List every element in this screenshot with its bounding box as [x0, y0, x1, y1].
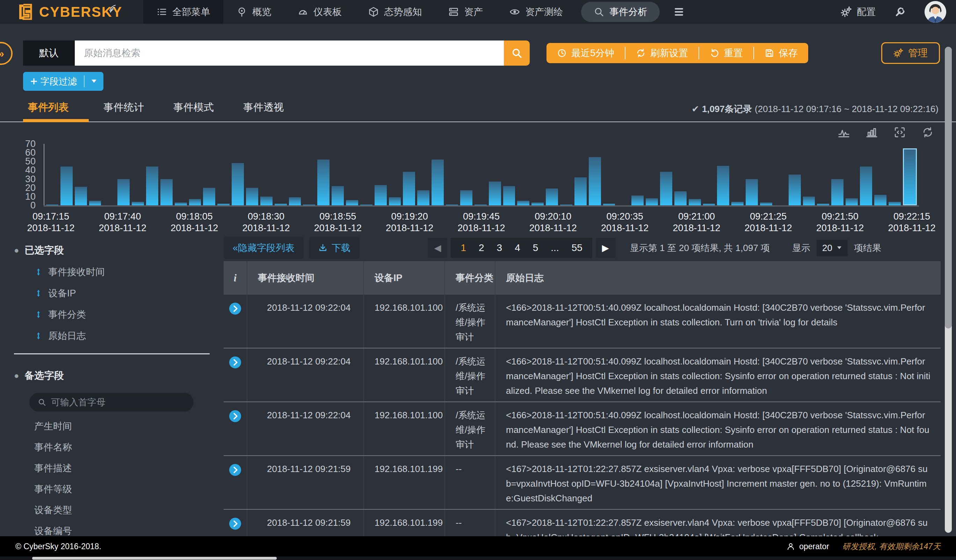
- histogram-bar[interactable]: [360, 205, 373, 205]
- vertical-scrollbar[interactable]: [945, 47, 952, 533]
- user-avatar[interactable]: [925, 1, 946, 23]
- nav-item-server[interactable]: 资产: [435, 0, 496, 24]
- next-page-button[interactable]: ▶: [596, 238, 615, 258]
- field-filter-button[interactable]: 字段过滤: [23, 72, 104, 91]
- histogram-bar[interactable]: [417, 190, 429, 205]
- page-number-55[interactable]: 55: [572, 242, 582, 254]
- histogram-bar[interactable]: [703, 204, 715, 205]
- nav-item-list[interactable]: 全部菜单: [143, 0, 223, 24]
- histogram-bar[interactable]: [731, 202, 744, 205]
- histogram-bar[interactable]: [675, 191, 687, 205]
- page-size-select[interactable]: 20: [816, 240, 848, 256]
- nav-item-gauge[interactable]: 仪表板: [285, 0, 355, 24]
- page-number-4[interactable]: 4: [515, 242, 520, 254]
- search-submit-button[interactable]: [504, 41, 530, 66]
- candidate-field-item[interactable]: 产生时间: [34, 420, 210, 433]
- expand-row-icon[interactable]: [229, 356, 241, 369]
- nav-item-target[interactable]: 概览: [223, 0, 285, 24]
- time-range-button[interactable]: 最近5分钟: [547, 47, 625, 60]
- hscroll-thumb[interactable]: [32, 557, 277, 560]
- expand-row-icon[interactable]: [229, 302, 241, 315]
- histogram-bar[interactable]: [789, 174, 801, 205]
- histogram-bar[interactable]: [531, 202, 544, 205]
- histogram-bar[interactable]: [546, 188, 558, 205]
- histogram-bar[interactable]: [246, 188, 258, 205]
- histogram-bar[interactable]: [303, 205, 315, 205]
- histogram-bar[interactable]: [132, 202, 144, 205]
- histogram-bar[interactable]: [817, 204, 829, 205]
- page-number-3[interactable]: 3: [497, 242, 502, 254]
- nav-item-cube[interactable]: 态势感知: [355, 0, 435, 24]
- histogram-bar[interactable]: [289, 197, 301, 205]
- field-filter-dropdown[interactable]: [85, 79, 104, 84]
- page-number-5[interactable]: 5: [533, 242, 538, 254]
- tab-4[interactable]: 事件透视: [228, 95, 299, 121]
- histogram-bar[interactable]: [717, 166, 729, 205]
- histogram-bar[interactable]: [689, 199, 701, 205]
- tab-3[interactable]: 事件模式: [159, 95, 228, 121]
- histogram-bar[interactable]: [746, 179, 758, 205]
- candidate-field-item[interactable]: 事件名称: [34, 441, 210, 453]
- selected-field-item[interactable]: 事件分类: [34, 308, 210, 321]
- save-button[interactable]: 保存: [754, 47, 808, 60]
- histogram-bar[interactable]: [175, 202, 187, 205]
- histogram-bar[interactable]: [217, 204, 230, 205]
- field-search-input[interactable]: [51, 397, 185, 408]
- histogram-bar[interactable]: [903, 148, 917, 205]
- histogram-bar[interactable]: [160, 179, 173, 205]
- selected-field-item[interactable]: 事件接收时间: [34, 266, 210, 278]
- search-scope-button[interactable]: 默认: [23, 41, 75, 66]
- expand-row-icon[interactable]: [229, 464, 241, 476]
- nav-item-search[interactable]: 事件分析: [581, 2, 660, 22]
- histogram-bar[interactable]: [831, 179, 843, 205]
- page-number-1[interactable]: 1: [461, 242, 466, 254]
- histogram-bar[interactable]: [146, 166, 158, 205]
- hide-fields-button[interactable]: «隐藏字段列表: [223, 237, 303, 259]
- sync-icon[interactable]: [922, 126, 934, 138]
- histogram-bar[interactable]: [60, 166, 73, 205]
- histogram-bar[interactable]: [89, 201, 101, 205]
- histogram-bar[interactable]: [332, 186, 344, 205]
- candidate-field-item[interactable]: 事件描述: [34, 462, 210, 474]
- config-menu-item[interactable]: 配置: [841, 6, 876, 18]
- histogram-bar[interactable]: [603, 204, 615, 205]
- sidebar-expand-toggle[interactable]: »: [0, 42, 13, 65]
- histogram-bar[interactable]: [574, 177, 586, 205]
- histogram-bar[interactable]: [374, 185, 387, 205]
- histogram-bar[interactable]: [232, 163, 244, 205]
- histogram-bar[interactable]: [646, 198, 658, 205]
- histogram-bar[interactable]: [346, 200, 358, 205]
- histogram-bar[interactable]: [874, 195, 887, 205]
- tab-2[interactable]: 事件统计: [89, 95, 159, 121]
- histogram-bar[interactable]: [803, 196, 815, 205]
- histogram-bar[interactable]: [203, 188, 215, 205]
- field-filter-main[interactable]: 字段过滤: [23, 75, 84, 88]
- nav-item-eye[interactable]: 资产测绘: [496, 0, 576, 24]
- histogram-bar[interactable]: [517, 201, 529, 205]
- prev-page-button[interactable]: ◀: [428, 238, 447, 258]
- expand-row-icon[interactable]: [229, 410, 241, 422]
- page-number-2[interactable]: 2: [479, 242, 484, 254]
- histogram-bar[interactable]: [760, 202, 772, 205]
- histogram-bar[interactable]: [846, 198, 858, 205]
- candidate-field-item[interactable]: 事件等级: [34, 483, 210, 496]
- histogram-bar[interactable]: [46, 205, 58, 205]
- histogram-bar[interactable]: [317, 160, 330, 205]
- histogram-bar[interactable]: [631, 196, 644, 205]
- histogram-bar[interactable]: [503, 186, 516, 205]
- refresh-settings-button[interactable]: 刷新设置: [626, 47, 698, 60]
- histogram-bar[interactable]: [403, 172, 415, 205]
- histogram-bar[interactable]: [389, 197, 401, 205]
- histogram-bar[interactable]: [260, 196, 272, 205]
- bar-chart-icon[interactable]: [866, 126, 878, 138]
- download-button[interactable]: 下载: [309, 237, 360, 259]
- expand-row-icon[interactable]: [229, 518, 241, 530]
- selected-field-item[interactable]: 设备IP: [34, 287, 210, 300]
- histogram-bar[interactable]: [275, 204, 287, 205]
- reset-button[interactable]: 重置: [699, 47, 753, 60]
- vscroll-thumb[interactable]: [945, 47, 952, 328]
- histogram-bar[interactable]: [660, 172, 672, 205]
- histogram-bar[interactable]: [475, 205, 487, 205]
- histogram-bar[interactable]: [446, 205, 458, 205]
- histogram-bar[interactable]: [189, 199, 201, 205]
